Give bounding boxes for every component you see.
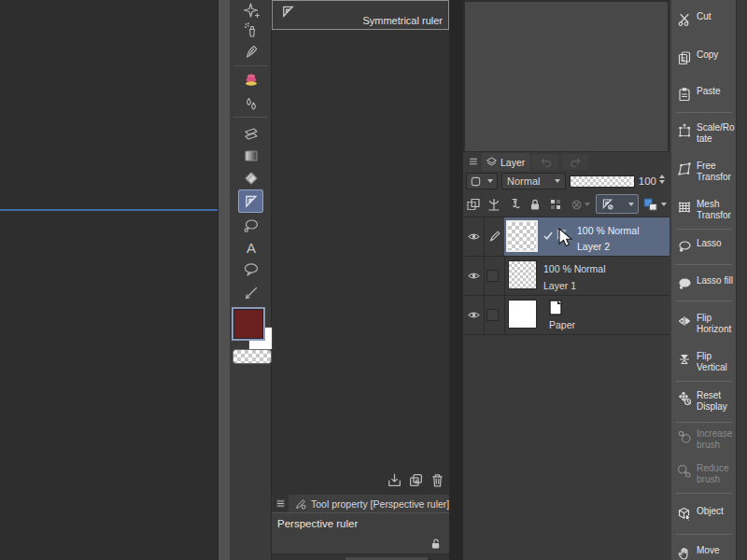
opacity-slider-handle[interactable]	[631, 176, 634, 187]
layer-thumbnail[interactable]	[508, 260, 537, 289]
command-scale-rotate[interactable]: Scale/Rotate	[671, 122, 736, 144]
chevron-down-icon	[661, 203, 667, 206]
blend-tool-icon[interactable]	[241, 94, 261, 114]
opacity-spinner[interactable]	[659, 175, 665, 184]
correction-line-tool-icon[interactable]	[241, 283, 261, 302]
visibility-eye-icon[interactable]	[467, 309, 481, 321]
reduce-brush-icon	[676, 464, 692, 479]
lasso-fill-icon	[676, 276, 692, 291]
layer-panel: Layer Normal 100	[463, 152, 669, 560]
opacity-slider[interactable]	[570, 175, 635, 188]
draft-layer-icon[interactable]	[506, 196, 523, 213]
command-divider	[676, 264, 732, 265]
spinner-down-icon[interactable]	[659, 180, 665, 184]
command-flip-horizontal[interactable]: Flip Horizontal	[671, 313, 736, 334]
editing-pencil-icon	[488, 230, 501, 243]
command-paste[interactable]: Paste	[671, 86, 736, 102]
copy-icon	[676, 50, 692, 65]
add-subtool-icon[interactable]	[386, 471, 402, 488]
layer-name: Paper	[549, 319, 575, 330]
undo-button[interactable]	[532, 154, 558, 170]
layer-color-dropdown[interactable]	[642, 194, 667, 214]
ruler-guide-line	[0, 209, 218, 211]
command-free-transform[interactable]: Free Transform	[671, 161, 736, 182]
text-tool-icon[interactable]: A	[241, 238, 261, 258]
spinner-up-icon[interactable]	[659, 175, 665, 178]
airbrush-tool-icon[interactable]	[241, 21, 261, 40]
free-transform-icon	[676, 161, 692, 176]
object-icon	[676, 507, 692, 522]
tool-property-menu-icon[interactable]	[275, 497, 287, 510]
decoration-brush-tool-icon[interactable]	[241, 70, 261, 90]
canvas-area[interactable]	[0, 0, 218, 560]
flip-vertical-icon	[676, 352, 692, 367]
gradient-tool-icon[interactable]	[241, 146, 261, 165]
fill-tool-icon[interactable]	[241, 123, 261, 143]
pen-tool-icon[interactable]	[241, 41, 261, 61]
command-divider	[676, 229, 732, 230]
lasso-icon	[676, 239, 692, 254]
command-lasso[interactable]: Lasso	[671, 238, 736, 254]
enable-mask-icon[interactable]	[568, 196, 592, 213]
layer-thumbnail[interactable]	[508, 300, 537, 329]
sparkle-decoration-tool-icon[interactable]	[241, 1, 261, 21]
chevron-down-icon	[585, 203, 590, 206]
mesh-transform-icon	[676, 200, 692, 215]
balloon-tool-icon[interactable]	[241, 259, 261, 279]
visibility-eye-icon[interactable]	[467, 231, 481, 243]
command-divider	[676, 534, 732, 535]
layer-tab[interactable]: Layer	[482, 153, 530, 171]
blend-mode-dropdown[interactable]: Normal	[501, 173, 566, 189]
tool-property-tab[interactable]: Tool property [Perspective ruler]	[289, 495, 449, 512]
lock-transparent-pixels-icon[interactable]	[547, 196, 564, 213]
panel-scrollbar-strip[interactable]	[218, 0, 230, 560]
layer-color-icon	[642, 196, 658, 212]
duplicate-subtool-icon[interactable]	[407, 471, 424, 488]
layer-name: Layer 1	[543, 280, 576, 291]
visibility-eye-icon[interactable]	[467, 270, 481, 282]
command-increase-brush-size[interactable]: Increase brush size	[671, 428, 736, 450]
command-cut[interactable]: Cut	[671, 11, 736, 27]
layer-meta: 100 % Normal	[543, 263, 606, 274]
layer-name: Layer 2	[577, 241, 610, 252]
layer-row-layer1[interactable]: 100 % Normal Layer 1	[463, 256, 669, 295]
command-reset-display[interactable]: Reset Display	[671, 390, 736, 412]
reference-layer-icon[interactable]	[486, 196, 502, 213]
ruler-tool-selected[interactable]	[238, 189, 263, 213]
selection-tool-icon[interactable]	[241, 216, 261, 235]
tool-property-next-row	[272, 554, 449, 560]
window-edge-strip	[736, 0, 747, 560]
ruler-range-dropdown[interactable]	[596, 194, 639, 214]
tool-property-title: Tool property [Perspective ruler]	[311, 498, 449, 510]
eraser-tool-icon[interactable]	[241, 168, 261, 188]
scissors-icon	[676, 12, 692, 27]
layer-row-paper[interactable]: Paper	[463, 295, 669, 334]
unlock-icon[interactable]	[430, 538, 442, 550]
clip-at-layer-below-icon[interactable]	[465, 196, 482, 213]
command-mesh-transformation[interactable]: Mesh Transformation	[671, 199, 736, 220]
layer-panel-menu-icon[interactable]	[467, 155, 480, 168]
command-bar: Cut Copy Paste Scale/Rotate Free Transfo…	[669, 0, 736, 560]
command-move[interactable]: Move	[671, 545, 736, 560]
layer-meta: 100 % Normal	[577, 225, 640, 236]
chevron-down-icon	[628, 203, 634, 206]
redo-button[interactable]	[562, 154, 588, 170]
command-flip-vertical[interactable]: Flip Vertical	[671, 351, 736, 372]
chevron-down-icon	[555, 179, 560, 183]
command-object[interactable]: Object	[671, 506, 736, 522]
command-reduce-brush-size[interactable]: Reduce brush size	[671, 463, 736, 484]
foreground-color-swatch[interactable]	[233, 309, 263, 339]
transparent-color-swatch[interactable]	[233, 349, 272, 364]
layer-thumbnail[interactable]	[506, 220, 538, 252]
tool-property-header: Tool property [Perspective ruler]	[272, 495, 449, 512]
lock-layer-icon[interactable]	[527, 196, 543, 213]
blend-thumbnail-dropdown[interactable]	[466, 173, 498, 189]
layer-checkbox[interactable]	[486, 270, 499, 282]
tool-property-tab-icon	[294, 497, 307, 511]
layer-checkbox[interactable]	[486, 309, 499, 321]
delete-subtool-icon[interactable]	[429, 471, 445, 488]
command-copy[interactable]: Copy	[671, 49, 736, 65]
subtool-item-symmetrical-ruler[interactable]: Symmetrical ruler	[272, 0, 449, 30]
reset-display-icon	[676, 391, 692, 406]
command-lasso-fill[interactable]: Lasso fill	[671, 275, 736, 291]
